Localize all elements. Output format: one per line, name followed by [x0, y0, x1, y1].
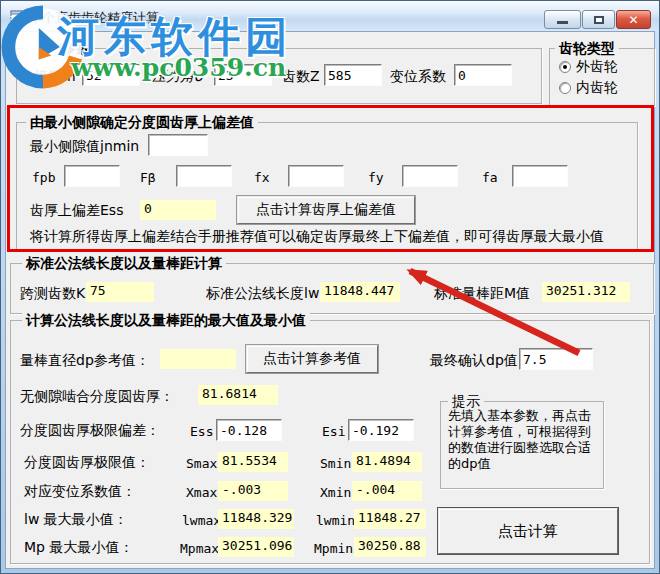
dp-ref-field	[160, 349, 236, 369]
radio-external-gear[interactable]: 外齿轮	[559, 58, 618, 76]
mp-minmax-label: Mp 最大最小值：	[24, 539, 133, 557]
esi-dev-input[interactable]	[348, 419, 414, 441]
calc-ess-button[interactable]: 点击计算齿厚上偏差值	[237, 196, 415, 224]
std-m-field: 30251.312	[542, 282, 630, 302]
module-label: 模数m	[34, 68, 76, 86]
limit-thickness-label: 分度圆齿厚极限值：	[24, 454, 150, 472]
radio-internal-gear[interactable]: 内齿轮	[559, 79, 618, 97]
calculate-button[interactable]: 点击计算	[438, 508, 618, 554]
esi-key: Esi	[322, 424, 345, 439]
dp-final-label: 最终确认dp值：	[430, 352, 532, 370]
smin-field: 81.4894	[352, 452, 422, 472]
gear-type-title: 齿轮类型	[555, 40, 619, 58]
fa-label: fa	[482, 170, 498, 185]
calc-ref-button[interactable]: 点击计算参考值	[246, 345, 378, 373]
maximize-button[interactable]	[582, 10, 615, 29]
ess-value-field: 0	[140, 200, 216, 220]
jnmin-input[interactable]	[148, 134, 208, 156]
radio-external-label: 外齿轮	[576, 58, 618, 76]
limit-deviation-label: 分度圆齿厚极限偏差：	[20, 422, 160, 440]
fx-input[interactable]	[288, 165, 344, 187]
span-teeth-field: 75	[86, 282, 154, 302]
fpb-input[interactable]	[64, 165, 120, 187]
close-button[interactable]: ✕	[616, 10, 651, 29]
close-icon: ✕	[628, 13, 638, 27]
ess-dev-input[interactable]	[216, 419, 282, 441]
pressure-angle-label: 压力角σ	[152, 68, 203, 86]
mpmin-key: Mpmin	[314, 541, 353, 556]
teeth-count-input[interactable]	[324, 64, 382, 86]
radio-icon	[559, 82, 571, 94]
backlash-group-title: 由最小侧隙确定分度圆齿厚上偏差值	[26, 114, 258, 132]
module-input[interactable]	[82, 64, 140, 86]
xmin-key: Xmin	[320, 485, 351, 500]
xmax-field: -.003	[218, 481, 288, 501]
smin-key: Smin	[320, 456, 351, 471]
radio-internal-label: 内齿轮	[576, 79, 618, 97]
dp-ref-label: 量棒直径dp参考值：	[20, 352, 150, 370]
minimize-button[interactable]	[544, 10, 581, 29]
ess-key: Ess	[190, 424, 213, 439]
pressure-angle-input[interactable]	[214, 64, 272, 86]
mpmin-field: 30250.88	[354, 537, 426, 557]
std-lw-label: 标准公法线长度lw	[206, 285, 319, 303]
fbeta-input[interactable]	[176, 165, 232, 187]
fy-input[interactable]	[402, 165, 458, 187]
window-icon	[10, 9, 24, 23]
basic-params-title: 基本参数	[30, 40, 94, 58]
fbeta-label: Fβ	[140, 170, 156, 185]
fx-label: fx	[254, 170, 270, 185]
mpmax-field: 30251.096	[218, 537, 294, 557]
xmax-key: Xmax	[186, 485, 217, 500]
lw-minmax-label: lw 最大最小值：	[24, 511, 128, 529]
jnmin-label: 最小侧隙值jnmin	[30, 138, 139, 156]
lwmin-field: 11848.27	[354, 509, 426, 529]
mpmax-key: Mpmax	[180, 541, 219, 556]
lwmax-field: 11848.329	[218, 509, 294, 529]
shift-values-label: 对应变位系数值：	[24, 483, 136, 501]
standard-group-title: 标准公法线长度以及量棒距计算	[22, 255, 226, 273]
lwmin-key: lwmin	[316, 513, 355, 528]
client-area: 基本参数 模数m 压力角σ 齿数Z 变位系数 齿轮类型 外齿轮 内齿轮 由最小侧…	[5, 31, 655, 569]
app-window: 单个直齿齿轮精度计算 ✕ 基本参数 模数m 压力角σ 齿数Z 变位系数 齿轮类型…	[0, 0, 660, 574]
calc-group-title: 计算公法线长度以及量棒距的最大值及最小值	[22, 312, 310, 330]
xmin-field: -.004	[352, 481, 422, 501]
teeth-count-label: 齿数Z	[282, 68, 320, 86]
fy-label: fy	[368, 170, 384, 185]
span-teeth-label: 跨测齿数K	[20, 285, 85, 303]
backlash-note: 将计算所得齿厚上偏差结合手册推荐值可以确定齿厚最终上下偏差值，即可得齿厚最大最小…	[30, 228, 604, 246]
smax-key: Smax	[186, 456, 217, 471]
dp-final-input[interactable]	[519, 348, 593, 370]
no-backlash-field: 81.6814	[198, 385, 278, 405]
no-backlash-label: 无侧隙啮合分度圆齿厚：	[20, 388, 174, 406]
std-m-label: 标准量棒距M值	[434, 285, 530, 303]
std-lw-field: 11848.447	[320, 282, 400, 302]
titlebar: 单个直齿齿轮精度计算 ✕	[1, 1, 659, 31]
fa-input[interactable]	[512, 165, 568, 187]
shift-coeff-label: 变位系数	[390, 68, 446, 86]
maximize-icon	[594, 16, 604, 24]
radio-icon	[559, 61, 571, 73]
smax-field: 81.5534	[218, 452, 288, 472]
window-title: 单个直齿齿轮精度计算	[29, 9, 159, 27]
ess-label: 齿厚上偏差Ess	[30, 202, 123, 220]
tip-text: 先填入基本参数，再点击计算参考值，可根据得到的数值进行圆整选取合适的dp值	[448, 408, 598, 472]
fpb-label: fpb	[32, 170, 55, 185]
shift-coeff-input[interactable]	[454, 64, 512, 86]
lwmax-key: lwmax	[182, 513, 221, 528]
minimize-icon	[557, 21, 568, 24]
